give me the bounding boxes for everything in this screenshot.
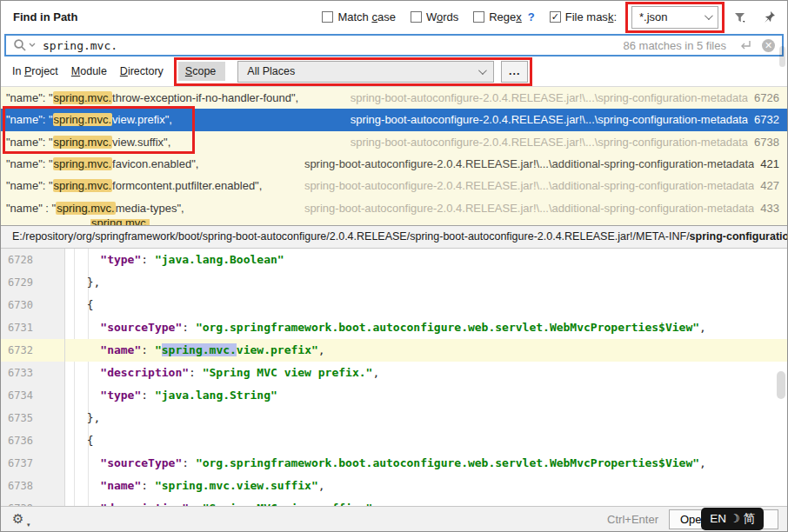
tab-scope[interactable]: Scope — [178, 62, 225, 81]
gear-icon[interactable]: ⚙▾ — [12, 511, 23, 527]
result-row[interactable]: "name": "spring.mvc.formcontent.putfilte… — [1, 175, 787, 196]
scope-bar: In Project Module Directory Scope All Pl… — [1, 58, 787, 84]
words-checkbox[interactable]: Words — [411, 10, 458, 23]
search-field[interactable]: spring.mvc. 86 matches in 5 files ✕ — [4, 34, 784, 57]
close-icon[interactable]: ✕ — [762, 39, 775, 52]
code-text: "name": "spring.mvc.view.prefix", — [65, 339, 787, 362]
code-token: : — [141, 479, 155, 492]
result-text-prefix: "name" : " — [6, 202, 56, 215]
result-file-path: spring-boot-autoconfigure-2.0.4.RELEASE.… — [351, 113, 748, 126]
code-text: { — [65, 294, 787, 316]
result-text-prefix: "name": " — [6, 157, 53, 170]
code-text: "type": "java.lang.String" — [65, 384, 787, 407]
result-row[interactable]: spring.mvc. — [1, 219, 787, 225]
code-line[interactable]: 6736 { — [1, 429, 787, 452]
code-token: "org.springframework.boot.autoconfigure.… — [196, 456, 699, 469]
scope-dropdown[interactable]: All Places — [237, 61, 494, 83]
line-number: 6728 — [1, 249, 65, 271]
code-line[interactable]: 6728 "type": "java.lang.Boolean" — [1, 249, 787, 271]
code-token: "name" — [100, 343, 141, 356]
code-line[interactable]: 6730 { — [1, 294, 787, 316]
code-token: , — [372, 366, 379, 379]
search-icon[interactable] — [13, 38, 36, 52]
code-text: "description": "Spring MVC view prefix."… — [65, 362, 787, 384]
result-line-number: 6726 — [754, 91, 779, 104]
match-highlight: spring.mvc. — [53, 113, 112, 126]
words-checkbox-box[interactable] — [411, 11, 422, 23]
code-preview-editor[interactable]: 6728 "type": "java.lang.Boolean"6729 },6… — [1, 249, 787, 506]
match-highlight: spring.mvc. — [53, 91, 112, 104]
scope-more-button[interactable]: ... — [501, 61, 528, 83]
code-token: "type" — [100, 389, 141, 402]
result-line-number: 421 — [760, 157, 779, 170]
pin-icon[interactable] — [762, 10, 777, 24]
code-line[interactable]: 6734 "type": "java.lang.String" — [1, 384, 787, 407]
code-text: "name": "spring.mvc.view.suffix", — [65, 475, 787, 497]
code-line[interactable]: 6731 "sourceType": "org.springframework.… — [1, 316, 787, 339]
tab-module[interactable]: Module — [71, 65, 107, 77]
file-mask-checkbox[interactable]: ✓ File mask: — [550, 10, 617, 23]
line-number: 6737 — [1, 452, 65, 475]
match-count: 86 matches in 5 files — [623, 39, 726, 52]
code-line[interactable]: 6738 "name": "spring.mvc.view.suffix", — [1, 475, 787, 497]
code-text: "sourceType": "org.springframework.boot.… — [65, 316, 787, 339]
code-token: "sourceType" — [100, 321, 182, 334]
result-row[interactable]: "name" : "spring.mvc.media-types",spring… — [1, 196, 787, 218]
code-line[interactable]: 6733 "description": "Spring MVC view pre… — [1, 362, 787, 384]
code-token: , — [318, 343, 325, 356]
code-token: : — [189, 366, 203, 379]
results-scrollbar[interactable] — [779, 46, 785, 67]
result-row[interactable]: "name": "spring.mvc.view.suffix",spring-… — [1, 131, 787, 153]
result-text-prefix: "name": " — [6, 91, 53, 104]
tab-directory[interactable]: Directory — [120, 65, 164, 77]
tab-in-project[interactable]: In Project — [12, 65, 58, 77]
regex-help-link[interactable]: ? — [528, 10, 535, 23]
file-mask-checkbox-box[interactable]: ✓ — [550, 11, 561, 23]
result-file-path: spring-boot-autoconfigure-2.0.4.RELEASE.… — [351, 91, 748, 104]
match-case-checkbox[interactable]: Match case — [322, 10, 395, 23]
scope-value: All Places — [247, 65, 295, 77]
regex-checkbox-box[interactable] — [473, 11, 484, 23]
match-case-checkbox-box[interactable] — [322, 11, 333, 23]
result-line-number: 427 — [760, 179, 779, 192]
code-line[interactable]: 6737 "sourceType": "org.springframework.… — [1, 452, 787, 475]
result-row[interactable]: "name": "spring.mvc.throw-exception-if-n… — [1, 87, 787, 109]
code-line[interactable]: 6729 }, — [1, 271, 787, 294]
dialog-titlebar: Find in Path Match case Words Regex ? ✓ … — [1, 1, 787, 33]
code-token: { — [87, 298, 94, 311]
code-line[interactable]: 6735 }, — [1, 407, 787, 429]
result-text-rest: view.prefix", — [112, 113, 172, 126]
code-token: : — [182, 321, 196, 334]
result-file-path: spring-boot-autoconfigure-2.0.4.RELEASE.… — [304, 179, 754, 192]
code-text: "sourceType": "org.springframework.boot.… — [65, 452, 787, 475]
result-line-number: 6738 — [754, 136, 779, 149]
match-highlight: spring.mvc. — [90, 219, 150, 225]
code-token: "org.springframework.boot.autoconfigure.… — [196, 321, 699, 334]
file-mask-dropdown[interactable]: *.json — [631, 6, 718, 29]
code-token: : — [189, 502, 203, 506]
code-token: "description" — [100, 366, 189, 379]
find-in-path-dialog: Find in Path Match case Words Regex ? ✓ … — [0, 0, 788, 532]
code-line-current[interactable]: 6732 "name": "spring.mvc.view.prefix", — [1, 339, 787, 362]
code-line[interactable]: 6739 "description": "Spring MVC view suf… — [1, 497, 787, 506]
match-highlight: spring.mvc. — [53, 157, 112, 170]
code-token: "java.lang.String" — [155, 389, 277, 402]
code-token: "description" — [100, 502, 189, 506]
line-number: 6729 — [1, 271, 65, 294]
code-token: view.prefix" — [237, 343, 318, 356]
result-text-rest: formcontent.putfilter.enabled", — [112, 179, 262, 192]
result-row[interactable]: "name": "spring.mvc.favicon.enabled",spr… — [1, 153, 787, 175]
code-token: "name" — [100, 479, 141, 492]
search-query-text[interactable]: spring.mvc. — [43, 39, 117, 52]
code-token: : — [141, 343, 155, 356]
preview-file-path: E:/repository/org/springframework/boot/s… — [1, 225, 787, 249]
result-row[interactable]: "name": "spring.mvc.view.prefix",spring-… — [1, 109, 787, 130]
scope-group: Scope All Places ... — [178, 61, 528, 83]
code-token: " — [155, 343, 162, 356]
code-text: "type": "java.lang.Boolean" — [65, 249, 787, 271]
editor-scrollbar[interactable] — [777, 371, 785, 399]
result-text-rest: throw-exception-if-no-handler-found", — [112, 91, 298, 104]
chevron-down-icon — [478, 66, 487, 75]
filter-icon[interactable] — [733, 10, 747, 24]
regex-checkbox[interactable]: Regex ? — [473, 10, 535, 23]
